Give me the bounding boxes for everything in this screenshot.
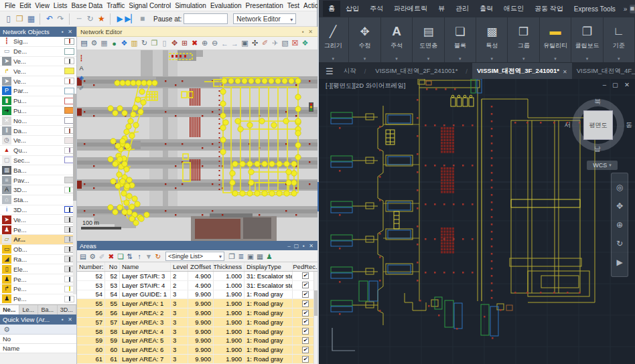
network-object-item[interactable]: ➤ Ve... xyxy=(0,215,76,225)
areas-table-row[interactable]: 56 56 Layer AREA: 2 3 9.900 1.900 1: Roa… xyxy=(77,308,318,318)
favorites-icon[interactable]: ★ xyxy=(96,13,107,25)
location-pin-icon[interactable]: ❖ xyxy=(119,38,129,49)
col-count[interactable]: Number: 132 xyxy=(77,262,105,271)
network-delete-icon[interactable]: ☒ xyxy=(290,38,300,49)
back-icon[interactable]: ← xyxy=(220,38,230,49)
network-object-item[interactable]: ➤ Ve... xyxy=(0,57,76,67)
pin-icon[interactable] xyxy=(59,316,66,323)
highlight-icon[interactable]: ✐ xyxy=(260,38,270,49)
network-object-item[interactable]: ⌂ Sta... xyxy=(0,195,76,205)
col-thickness[interactable]: Thickness xyxy=(214,262,244,271)
sidebar-scrollbar[interactable] xyxy=(73,94,76,294)
ribbon-panel[interactable]: 기준 xyxy=(604,17,635,62)
snapshot-icon[interactable]: ▧ xyxy=(280,38,290,49)
menu-item[interactable]: Base Data xyxy=(69,2,104,9)
redo-icon[interactable]: ↷ xyxy=(55,13,66,25)
measure-icon[interactable]: ┄ xyxy=(69,13,84,25)
list-mode-select[interactable]: <Single List> xyxy=(165,252,224,261)
ribbon-panel[interactable]: 클립보드 xyxy=(571,17,603,62)
restore-icon[interactable]: ▢ xyxy=(612,81,618,88)
network-object-item[interactable]: A 3D... xyxy=(0,185,76,195)
panel-expand-icon[interactable] xyxy=(554,56,557,62)
zoom-out-icon[interactable]: ⊖ xyxy=(210,38,220,49)
viewcube[interactable]: 북 남 서 동 평면도 xyxy=(572,99,624,151)
col-pedrec[interactable]: PedRec. xyxy=(293,262,318,271)
quick-view-row[interactable]: Name xyxy=(0,344,76,353)
close-icon[interactable] xyxy=(66,29,74,35)
list-view-icon[interactable]: ▤ xyxy=(78,251,88,262)
stop-icon[interactable]: ■ xyxy=(137,13,148,25)
network-object-item[interactable]: ‖ Da... xyxy=(0,126,76,136)
wrench-icon[interactable]: ⚙ xyxy=(88,251,97,262)
open-file-icon[interactable]: ❒ xyxy=(14,13,25,25)
database-icon[interactable]: ≣ xyxy=(236,251,246,262)
minimize-icon[interactable] xyxy=(285,243,293,249)
ribbon-panel[interactable]: 주석 xyxy=(381,17,413,62)
areas-table-row[interactable]: 57 57 Layer AREA: 3 3 9.900 1.900 1: Roa… xyxy=(77,318,318,327)
pedrec-checkbox[interactable] xyxy=(302,328,309,335)
pin-icon[interactable] xyxy=(299,29,307,35)
pedrec-checkbox[interactable] xyxy=(302,272,309,279)
editor-select[interactable]: Network Editor xyxy=(233,13,296,24)
viewport-controls[interactable]: [-][평면도][2D 와이어프레임] xyxy=(326,82,405,90)
network-object-item[interactable]: ▱ Ar... xyxy=(0,235,76,245)
text-mini-icon[interactable]: A xyxy=(78,65,85,72)
history-icon[interactable]: ↻ xyxy=(84,13,96,25)
areas-table-row[interactable]: 54 54 Layer GUIDE: 1 3 9.900 1.900 1: Ro… xyxy=(77,290,318,300)
menu-item[interactable]: Traffic xyxy=(104,2,127,9)
col-level[interactable]: Level xyxy=(171,262,188,271)
ribbon-tab[interactable]: 애드인 xyxy=(498,1,529,17)
col-name[interactable]: Name xyxy=(120,262,171,271)
menu-icon[interactable] xyxy=(320,66,339,76)
ribbon-panel[interactable]: 유틸리티 xyxy=(540,17,571,62)
ribbon-panel[interactable]: 블록 xyxy=(445,17,476,62)
save-icon[interactable]: ▣ xyxy=(246,251,255,262)
panel-expand-icon[interactable] xyxy=(395,56,398,62)
network-object-item[interactable]: i 3D... xyxy=(0,205,76,215)
rotate-icon[interactable]: ↻ xyxy=(139,38,149,49)
close-icon[interactable] xyxy=(307,29,314,35)
sidebar-tab[interactable]: Ba... xyxy=(38,305,58,314)
menu-item[interactable]: Simulation xyxy=(173,2,208,9)
viewcube-face[interactable]: 평면도 xyxy=(583,110,613,140)
scrollbar-thumb[interactable] xyxy=(73,94,76,201)
network-object-item[interactable]: ▲ Qu... xyxy=(0,146,76,156)
menu-item[interactable]: Signal Control xyxy=(127,2,173,9)
pan-icon[interactable]: ✥ xyxy=(616,201,623,211)
panel-expand-icon[interactable] xyxy=(490,56,493,62)
filter-icon[interactable]: ▼ xyxy=(144,251,153,262)
network-editor-canvas[interactable]: 100 m xyxy=(77,50,318,241)
pin-icon[interactable] xyxy=(59,29,66,35)
pedrec-checkbox[interactable] xyxy=(302,318,309,325)
play-icon[interactable]: ▶ xyxy=(110,13,125,25)
network-object-item[interactable]: ✕ No... xyxy=(0,116,76,126)
ribbon-panel[interactable]: 그리기 xyxy=(318,17,349,62)
sidebar-tab[interactable]: Ne... xyxy=(0,305,19,314)
view-list-icon[interactable]: ▤ xyxy=(79,38,89,49)
copy-icon[interactable]: ❐ xyxy=(149,38,159,49)
edit-icon[interactable]: ✐ xyxy=(97,251,107,262)
panel-expand-icon[interactable] xyxy=(618,56,620,62)
save-icon[interactable]: ▦ xyxy=(25,13,37,25)
network-object-item[interactable]: ▢ Sec... xyxy=(0,156,76,166)
network-object-item[interactable]: ➜ Pu... xyxy=(0,106,76,116)
viewcube-east[interactable]: 동 xyxy=(626,120,632,130)
network-object-item[interactable]: ➤ Ve... xyxy=(0,76,76,86)
network-object-item[interactable]: ◷ Ve... xyxy=(0,136,76,146)
network-object-item[interactable]: ♟ Pe... xyxy=(0,274,76,284)
close-icon[interactable] xyxy=(66,316,74,323)
ribbon-panel[interactable]: 도면층 xyxy=(413,17,444,62)
areas-table-row[interactable]: 59 59 Layer AREA: 5 3 9.900 1.900 1: Roa… xyxy=(77,337,318,346)
steering-wheel-icon[interactable]: ◎ xyxy=(616,183,623,192)
wrench-icon[interactable]: ⚙ xyxy=(2,324,11,335)
zoom-extents-icon[interactable]: ✖ xyxy=(190,38,200,49)
network-object-item[interactable]: ▮ Pu... xyxy=(0,96,76,106)
close-icon[interactable] xyxy=(307,243,315,249)
select-hand-icon[interactable]: ✣ xyxy=(250,38,260,49)
network-object-item[interactable]: ↱ Ve... xyxy=(0,66,76,76)
wrench-icon[interactable]: ⚙ xyxy=(89,38,99,49)
network-object-item[interactable]: ♟ Pe... xyxy=(0,225,76,235)
camera-icon[interactable]: ▣ xyxy=(240,38,250,49)
save-as-icon[interactable]: ▦ xyxy=(255,251,265,262)
network-object-item[interactable]: ▭ Ob... xyxy=(0,245,76,255)
